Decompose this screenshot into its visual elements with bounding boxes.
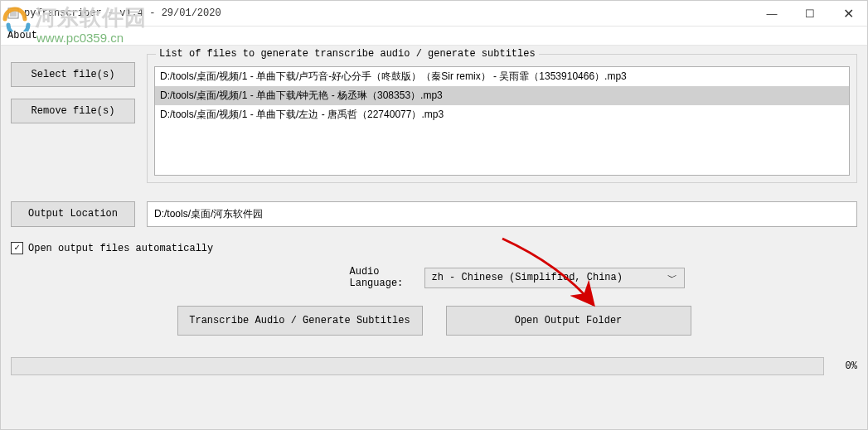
open-output-auto-checkbox[interactable]: ✓ xyxy=(11,242,23,254)
file-listbox[interactable]: D:/tools/桌面/视频/1 - 单曲下载/卢巧音-好心分手（咚鼓版）（秦S… xyxy=(154,66,850,176)
output-location-button[interactable]: Output Location xyxy=(11,201,135,227)
list-item[interactable]: D:/tools/桌面/视频/1 - 单曲下载/左边 - 唐禹哲（2274007… xyxy=(155,105,849,124)
open-output-auto-label: Open output files automatically xyxy=(28,243,213,254)
menu-about[interactable]: About xyxy=(7,30,37,41)
file-list-group: List of files to generate transcribe aud… xyxy=(147,54,857,183)
app-icon xyxy=(7,7,19,19)
window-title: pyTranscriber - v1.4 - 29/01/2020 xyxy=(24,7,221,19)
audio-language-value: zh - Chinese (Simplified, China) xyxy=(432,272,623,283)
output-path-field[interactable]: D:/tools/桌面/河东软件园 xyxy=(147,201,857,227)
list-item[interactable]: D:/tools/桌面/视频/1 - 单曲下载/卢巧音-好心分手（咚鼓版）（秦S… xyxy=(155,67,849,86)
audio-language-label: Audio Language: xyxy=(184,266,424,289)
maximize-button[interactable]: ☐ xyxy=(791,1,829,26)
content-area: Select file(s) Remove file(s) List of fi… xyxy=(1,46,867,429)
menu-bar: About xyxy=(1,27,867,46)
chevron-down-icon: ﹀ xyxy=(667,271,677,285)
progress-bar xyxy=(11,357,824,375)
audio-language-select[interactable]: zh - Chinese (Simplified, China) ﹀ xyxy=(424,268,685,288)
open-output-folder-button[interactable]: Open Output Folder xyxy=(446,306,691,336)
list-item[interactable]: D:/tools/桌面/视频/1 - 单曲下载/钟无艳 - 杨丞琳（308353… xyxy=(155,86,849,105)
select-files-button[interactable]: Select file(s) xyxy=(11,62,135,87)
close-button[interactable]: ✕ xyxy=(829,1,867,26)
remove-files-button[interactable]: Remove file(s) xyxy=(11,99,135,123)
progress-percent: 0% xyxy=(834,360,857,372)
title-bar: pyTranscriber - v1.4 - 29/01/2020 — ☐ ✕ xyxy=(1,1,867,27)
minimize-button[interactable]: — xyxy=(753,1,791,26)
file-list-group-title: List of files to generate transcribe aud… xyxy=(156,48,539,60)
transcribe-button[interactable]: Transcribe Audio / Generate Subtitles xyxy=(177,306,423,336)
app-window: pyTranscriber - v1.4 - 29/01/2020 — ☐ ✕ … xyxy=(0,0,868,430)
svg-rect-1 xyxy=(10,10,17,17)
